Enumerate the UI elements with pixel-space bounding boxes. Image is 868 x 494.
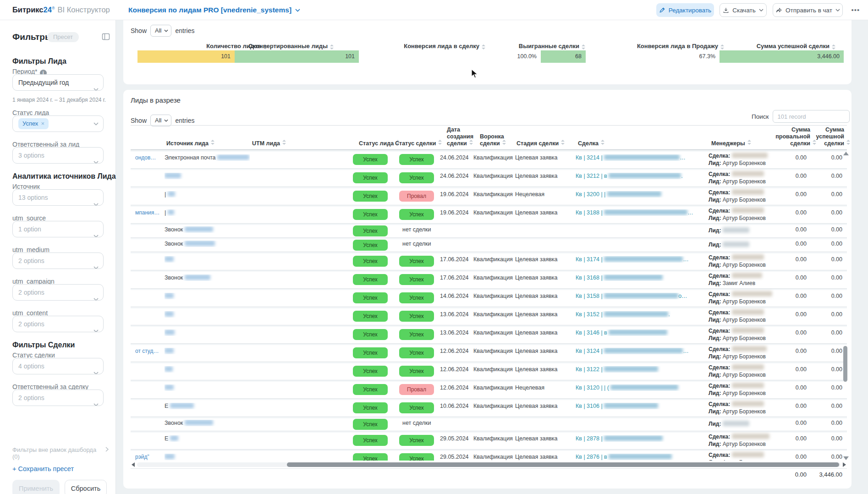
leads-column-header[interactable]: Статус лида	[359, 140, 394, 147]
table-row: мпания…| УспехУспех19.06.2024Квалификаци…	[131, 205, 847, 223]
leads-column-header[interactable]: Менеджеры	[711, 140, 745, 147]
deal-status-badge: Успех	[399, 172, 434, 183]
deal-link[interactable]: Кв | 3122 |	[576, 366, 708, 373]
summary-column-header[interactable]: Выигранные сделки	[519, 43, 579, 49]
filter-select-8[interactable]: 2 options	[12, 284, 104, 301]
filter-tag: Успех×	[18, 118, 49, 129]
deal-link[interactable]: Кв | 3174 | …	[576, 256, 708, 263]
success-deal-sum: 0.00	[831, 256, 842, 263]
deal-link[interactable]: Кв | 2876 | в	[576, 454, 708, 460]
search-input[interactable]	[773, 110, 850, 123]
send-to-chat-button[interactable]: Отправить в чат	[773, 3, 843, 17]
filter-select-12[interactable]: 2 options	[12, 390, 104, 406]
filter-select-5[interactable]: 13 options	[12, 189, 104, 206]
preset-badge: Пресет	[47, 32, 79, 42]
lead-link[interactable]: мпания…	[135, 209, 160, 216]
failed-deal-sum: 0.00	[796, 348, 807, 354]
filter-select-7[interactable]: 2 options	[12, 252, 104, 269]
scroll-down-arrow[interactable]	[843, 456, 849, 460]
lead-link[interactable]: от студ…	[135, 348, 160, 354]
leads-column-header[interactable]: Дата создания сделки	[447, 126, 473, 147]
failed-deal-sum: 0.00	[796, 403, 807, 409]
table-row: от студ…УспехУспех12.06.2024Квалификация…	[131, 343, 847, 362]
filters-outside-dashboard[interactable]: Фильтры вне рамок дашборда (0)	[12, 446, 104, 460]
deal-funnel: Квалификация	[473, 403, 513, 409]
deal-link[interactable]: Кв | 3158 | о…	[576, 293, 708, 299]
leads-column-header[interactable]: Источник лида	[166, 140, 209, 147]
leads-column-header[interactable]: Статус сделки	[395, 140, 436, 147]
deal-stage: Целевая заявка	[515, 173, 558, 179]
deal-stage: Целевая заявка	[515, 256, 558, 263]
lead-status-badge: Успех	[353, 225, 388, 236]
sort-icon	[561, 140, 565, 145]
table-row: Звонок Успехнет сделкиЛид: 0.000.00	[131, 223, 847, 237]
filter-select-1[interactable]: Предыдущий год	[12, 74, 104, 91]
filter-select-2[interactable]: Успех×	[12, 115, 104, 132]
bitrix24-logo: Битрикс24®BI Конструктор	[12, 5, 110, 14]
lead-link[interactable]: рэйд”	[135, 454, 160, 460]
filter-select-11[interactable]: 4 options	[12, 358, 104, 374]
deal-link[interactable]: Кв | 3212 | в .	[576, 173, 708, 179]
deal-link[interactable]: Кв | 2878 |	[576, 435, 708, 442]
bi-dashboard: Битрикс24®BI Конструктор Конверсия по ли…	[0, 0, 868, 494]
dashboard-title-dropdown[interactable]: Конверсия по лидам PRO [vnedrenie_system…	[128, 6, 300, 14]
deal-link[interactable]: Кв | 3214 | …	[576, 154, 708, 161]
leads-column-header[interactable]: Стадия сделки	[516, 140, 559, 147]
summary-column-header[interactable]: Конверсия лида в сделку	[404, 43, 479, 49]
reset-button[interactable]: Сбросить	[65, 480, 107, 494]
leads-column-header[interactable]: Сумма провальной сделки	[775, 126, 810, 147]
lead-status-badge: Успех	[353, 366, 388, 377]
blurred-text	[165, 366, 173, 372]
managers-cell: Сделка: Лид: Артур Борзенков	[709, 170, 807, 185]
blurred-text	[609, 173, 681, 178]
leads-column-header[interactable]: UTM лида	[252, 140, 280, 147]
failed-deal-sum: 0.00	[796, 366, 807, 373]
table-row: УспехУспех13.06.2024КвалификацияЦелевая …	[131, 307, 847, 325]
save-preset-link[interactable]: + Сохранить пресет	[12, 465, 74, 472]
deal-link[interactable]: Кв | 3200 | |	[576, 191, 708, 198]
filter-select-6[interactable]: 1 option	[12, 221, 104, 237]
filter-select-9[interactable]: 2 options	[12, 316, 104, 332]
deal-status-badge: Успех	[399, 154, 434, 165]
deal-link[interactable]: Кв | 3152 | .	[576, 311, 708, 318]
horizontal-scrollbar-thumb[interactable]	[287, 462, 839, 467]
summary-column-header[interactable]: Сконвертированные лиды	[248, 43, 328, 49]
collapse-sidebar-button[interactable]	[102, 33, 110, 43]
filter-select-3[interactable]: 3 options	[12, 147, 104, 164]
managers-cell: Лид:	[709, 227, 807, 234]
summary-column-header[interactable]: Конверсия лида в Продажу	[637, 43, 718, 49]
no-deal-label: нет сделки	[402, 226, 431, 233]
edit-button[interactable]: Редактировать	[656, 3, 714, 17]
scroll-left-arrow[interactable]	[132, 462, 135, 467]
deal-created-date: 29.05.2024	[440, 435, 469, 442]
deal-funnel: Квалификация	[473, 154, 513, 161]
deal-link[interactable]: Кв | 3120 | | (	[576, 384, 708, 391]
deal-link[interactable]: Кв | 3188 | …	[576, 209, 708, 216]
scroll-up-arrow[interactable]	[843, 152, 849, 155]
deal-created-date: 19.06.2024	[440, 209, 469, 216]
deal-link[interactable]: Кв | 3146 | в	[576, 329, 708, 336]
download-button[interactable]: Скачать	[720, 3, 767, 17]
show-label: Show	[131, 27, 147, 34]
blurred-text	[732, 346, 767, 351]
vertical-scrollbar-thumb[interactable]	[843, 346, 847, 382]
deal-created-date: 10.06.2024	[440, 403, 469, 409]
deal-link[interactable]: Кв | 3124 | …	[576, 348, 708, 354]
apply-button[interactable]: Применить	[12, 480, 60, 494]
summary-page-length-select[interactable]: All	[150, 25, 171, 37]
summary-column-header[interactable]: Сумма успешной сделки	[757, 43, 830, 49]
deal-link[interactable]: Кв | 3168 |	[576, 274, 708, 281]
scroll-right-arrow[interactable]	[843, 462, 846, 467]
leads-column-header[interactable]: Воронка сделки	[480, 133, 504, 147]
more-options-button[interactable]: •••	[848, 4, 863, 16]
leads-column-header[interactable]: Сделка	[578, 140, 599, 147]
leads-column-header[interactable]: Сумма успешной сделки	[816, 126, 844, 147]
blurred-text	[604, 403, 658, 408]
blurred-text	[732, 208, 764, 213]
deal-created-date: 12.06.2024	[440, 366, 469, 373]
deal-funnel: Квалификация	[473, 256, 513, 263]
remove-tag-icon[interactable]: ×	[41, 120, 44, 127]
lead-link[interactable]: ондов…	[135, 154, 160, 161]
failed-deal-sum: 0.00	[796, 454, 807, 460]
deal-link[interactable]: Кв | 3106 |	[576, 403, 708, 409]
